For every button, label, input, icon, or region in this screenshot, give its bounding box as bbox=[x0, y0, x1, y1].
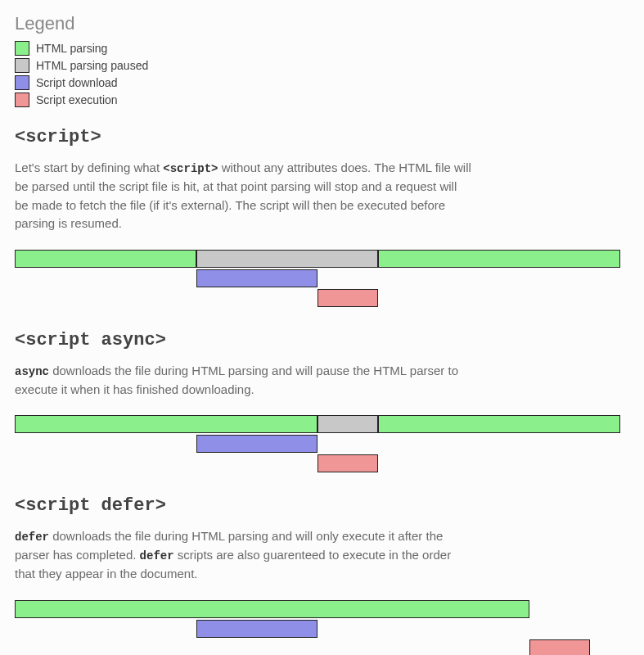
timeline-bar-exec bbox=[529, 639, 590, 656]
paragraph-text: downloads the file during HTML parsing a… bbox=[15, 364, 458, 396]
sections-container: <script>Let's start by defining what <sc… bbox=[15, 127, 629, 655]
section-heading: <script async> bbox=[15, 330, 629, 350]
section-paragraph: defer downloads the file during HTML par… bbox=[15, 527, 473, 584]
code-inline: async bbox=[15, 365, 49, 378]
timeline-bar-exec bbox=[317, 454, 378, 472]
legend: Legend HTML parsingHTML parsing pausedSc… bbox=[15, 13, 629, 107]
timeline-bar-paused bbox=[196, 250, 378, 268]
timeline-bar-download bbox=[196, 435, 317, 453]
timeline-bar-download bbox=[196, 269, 317, 287]
section-paragraph: Let's start by defining what <script> wi… bbox=[15, 159, 473, 233]
section: <script defer>defer downloads the file d… bbox=[15, 495, 629, 655]
legend-title: Legend bbox=[15, 13, 629, 34]
section: <script>Let's start by defining what <sc… bbox=[15, 127, 629, 309]
section-paragraph: async downloads the file during HTML par… bbox=[15, 362, 473, 400]
legend-swatch bbox=[15, 41, 29, 56]
legend-swatch bbox=[15, 93, 29, 107]
legend-label: Script download bbox=[36, 76, 118, 89]
section-heading: <script> bbox=[15, 127, 629, 147]
timeline-bar-parse bbox=[378, 415, 620, 433]
section-heading: <script defer> bbox=[15, 495, 629, 516]
legend-item: HTML parsing bbox=[15, 41, 629, 56]
legend-label: HTML parsing paused bbox=[36, 59, 148, 72]
code-inline: defer bbox=[15, 531, 49, 544]
legend-swatch bbox=[15, 75, 29, 90]
legend-label: HTML parsing bbox=[36, 42, 107, 55]
timeline-bar-parse bbox=[15, 250, 196, 268]
timeline-chart bbox=[15, 600, 620, 656]
timeline-bar-exec bbox=[317, 289, 378, 307]
legend-item: HTML parsing paused bbox=[15, 58, 629, 73]
timeline-bar-parse bbox=[15, 415, 317, 433]
legend-item: Script execution bbox=[15, 93, 629, 107]
code-inline: <script> bbox=[163, 162, 218, 175]
legend-swatch bbox=[15, 58, 29, 73]
paragraph-text: Let's start by defining what bbox=[15, 160, 163, 174]
legend-label: Script execution bbox=[36, 93, 118, 106]
timeline-bar-parse bbox=[378, 250, 620, 268]
timeline-chart bbox=[15, 415, 620, 474]
timeline-bar-paused bbox=[317, 415, 378, 433]
timeline-chart bbox=[15, 250, 620, 309]
timeline-bar-download bbox=[196, 620, 317, 638]
code-inline: defer bbox=[140, 549, 174, 562]
section: <script async>async downloads the file d… bbox=[15, 330, 629, 475]
legend-items: HTML parsingHTML parsing pausedScript do… bbox=[15, 41, 629, 107]
legend-item: Script download bbox=[15, 75, 629, 90]
timeline-bar-parse bbox=[15, 600, 529, 618]
